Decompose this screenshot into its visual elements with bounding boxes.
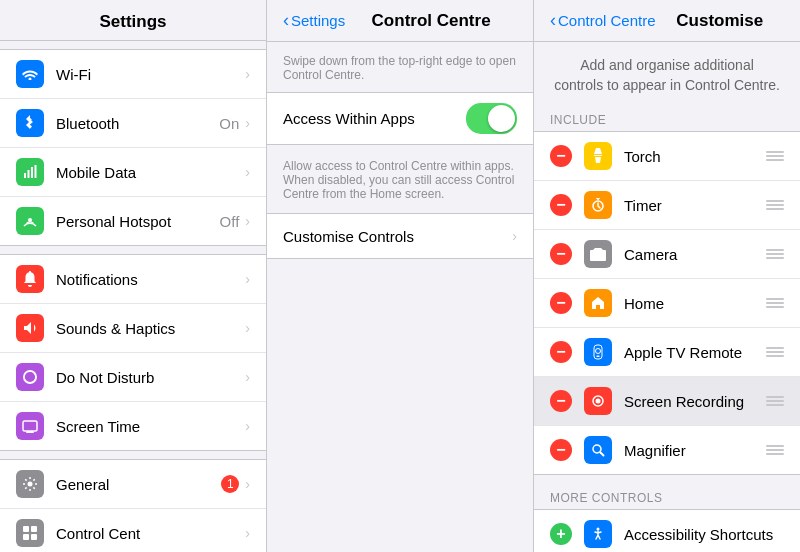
settings-item-wifi[interactable]: Wi-Fi ›	[0, 50, 266, 99]
control-centre-chevron: ›	[245, 525, 250, 541]
wifi-icon	[16, 60, 44, 88]
notifications-chevron: ›	[245, 271, 250, 287]
svg-rect-5	[23, 421, 37, 431]
notifications-label: Notifications	[56, 271, 245, 288]
svg-rect-22	[597, 356, 600, 358]
more-controls-group: + Accessibility Shortcuts + Alarm + Do N…	[534, 509, 800, 552]
timer-drag-handle[interactable]	[766, 200, 784, 210]
remove-apple-tv-btn[interactable]: −	[550, 341, 572, 363]
access-within-apps-group: Access Within Apps	[267, 92, 533, 145]
notifications-icon	[16, 265, 44, 293]
apple-tv-remote-icon	[584, 338, 612, 366]
screen-time-icon	[16, 412, 44, 440]
include-item-home[interactable]: − Home	[534, 279, 800, 328]
back-label: Settings	[291, 12, 345, 29]
magnifier-label: Magnifier	[624, 442, 766, 459]
camera-drag-handle[interactable]	[766, 249, 784, 259]
access-description: Allow access to Control Centre within ap…	[267, 153, 533, 213]
svg-point-6	[28, 482, 33, 487]
apple-tv-remote-drag-handle[interactable]	[766, 347, 784, 357]
customise-controls-item[interactable]: Customise Controls ›	[267, 214, 533, 258]
settings-item-control-centre[interactable]: Control Cent ›	[0, 509, 266, 552]
include-item-screen-recording[interactable]: − Screen Recording	[534, 377, 800, 426]
screen-recording-label: Screen Recording	[624, 393, 766, 410]
control-centre-label: Control Cent	[56, 525, 245, 542]
wifi-chevron: ›	[245, 66, 250, 82]
more-item-accessibility[interactable]: + Accessibility Shortcuts	[534, 510, 800, 552]
svg-rect-3	[35, 165, 37, 178]
magnifier-icon	[584, 436, 612, 464]
customise-controls-label: Customise Controls	[283, 228, 512, 245]
control-centre-back[interactable]: ‹ Settings	[283, 10, 345, 31]
control-centre-hint: Swipe down from the top-right edge to op…	[267, 42, 533, 92]
notifications-group: Notifications › Sounds & Haptics › Do No…	[0, 254, 266, 451]
general-badge: 1	[221, 475, 239, 493]
do-not-disturb-chevron: ›	[245, 369, 250, 385]
customise-back-chevron-icon: ‹	[550, 10, 556, 31]
add-accessibility-btn[interactable]: +	[550, 523, 572, 545]
remove-home-btn[interactable]: −	[550, 292, 572, 314]
back-chevron-icon: ‹	[283, 10, 289, 31]
settings-item-general[interactable]: General 1 ›	[0, 460, 266, 509]
wifi-label: Wi-Fi	[56, 66, 245, 83]
svg-point-26	[597, 528, 600, 531]
settings-header: Settings	[0, 0, 266, 41]
screen-time-label: Screen Time	[56, 418, 245, 435]
include-item-apple-tv-remote[interactable]: − Apple TV Remote	[534, 328, 800, 377]
customise-controls-chevron: ›	[512, 228, 517, 244]
settings-item-notifications[interactable]: Notifications ›	[0, 255, 266, 304]
settings-item-bluetooth[interactable]: Bluetooth On ›	[0, 99, 266, 148]
home-drag-handle[interactable]	[766, 298, 784, 308]
do-not-disturb-label: Do Not Disturb	[56, 369, 245, 386]
settings-item-mobile-data[interactable]: Mobile Data ›	[0, 148, 266, 197]
settings-item-do-not-disturb[interactable]: Do Not Disturb ›	[0, 353, 266, 402]
svg-point-21	[596, 349, 601, 354]
personal-hotspot-label: Personal Hotspot	[56, 213, 220, 230]
include-header: INCLUDE	[534, 105, 800, 131]
remove-torch-btn[interactable]: −	[550, 145, 572, 167]
include-item-magnifier[interactable]: − Magnifier	[534, 426, 800, 474]
do-not-disturb-icon	[16, 363, 44, 391]
svg-rect-2	[31, 167, 33, 178]
magnifier-drag-handle[interactable]	[766, 445, 784, 455]
access-within-apps-toggle[interactable]	[466, 103, 517, 134]
settings-panel: Settings Wi-Fi › Bluetooth On › Mobile D…	[0, 0, 267, 552]
access-within-apps-item[interactable]: Access Within Apps	[267, 93, 533, 144]
sounds-haptics-label: Sounds & Haptics	[56, 320, 245, 337]
general-label: General	[56, 476, 221, 493]
bluetooth-icon	[16, 109, 44, 137]
customise-description: Add and organise additional controls to …	[534, 42, 800, 105]
screen-recording-drag-handle[interactable]	[766, 396, 784, 406]
home-label: Home	[624, 295, 766, 312]
customise-back[interactable]: ‹ Control Centre	[550, 10, 656, 31]
screen-time-chevron: ›	[245, 418, 250, 434]
remove-camera-btn[interactable]: −	[550, 243, 572, 265]
include-item-camera[interactable]: − Camera	[534, 230, 800, 279]
mobile-data-icon	[16, 158, 44, 186]
screen-recording-icon	[584, 387, 612, 415]
bluetooth-label: Bluetooth	[56, 115, 219, 132]
accessibility-label: Accessibility Shortcuts	[624, 526, 784, 543]
remove-timer-btn[interactable]: −	[550, 194, 572, 216]
remove-screen-recording-btn[interactable]: −	[550, 390, 572, 412]
customise-back-label: Control Centre	[558, 12, 656, 29]
sounds-haptics-chevron: ›	[245, 320, 250, 336]
torch-drag-handle[interactable]	[766, 151, 784, 161]
settings-item-screen-time[interactable]: Screen Time ›	[0, 402, 266, 450]
settings-title: Settings	[99, 12, 166, 31]
accessibility-icon	[584, 520, 612, 548]
include-item-timer[interactable]: − Timer	[534, 181, 800, 230]
camera-label: Camera	[624, 246, 766, 263]
timer-icon	[584, 191, 612, 219]
mobile-data-label: Mobile Data	[56, 164, 245, 181]
svg-rect-8	[31, 526, 37, 532]
home-icon	[584, 289, 612, 317]
settings-item-personal-hotspot[interactable]: Personal Hotspot Off ›	[0, 197, 266, 245]
remove-magnifier-btn[interactable]: −	[550, 439, 572, 461]
access-within-apps-label: Access Within Apps	[283, 110, 466, 127]
settings-item-sounds-haptics[interactable]: Sounds & Haptics ›	[0, 304, 266, 353]
include-item-torch[interactable]: − Torch	[534, 132, 800, 181]
control-centre-title: Control Centre	[345, 11, 517, 31]
svg-rect-7	[23, 526, 29, 532]
customise-controls-group: Customise Controls ›	[267, 213, 533, 259]
